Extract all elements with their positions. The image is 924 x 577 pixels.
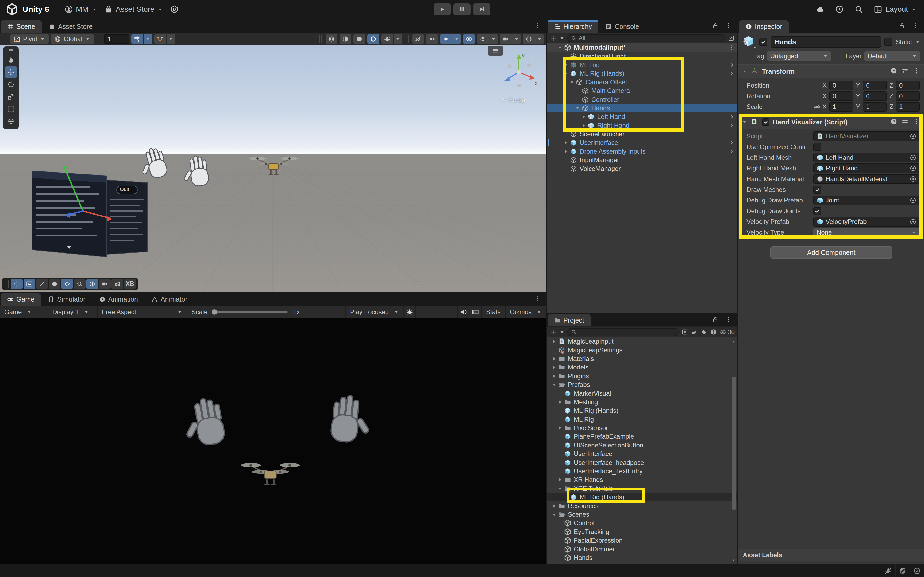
handle-space-dropdown[interactable]: Global [51,34,94,44]
velocity-prefab-object-field[interactable]: VelocityPrefab [813,217,920,227]
lock-icon[interactable] [711,22,719,30]
tab-animation[interactable]: Animation [92,293,144,306]
hierarchy-item[interactable]: InputManager [547,156,737,164]
camera-settings-button[interactable] [500,34,512,44]
snap-dropdown[interactable] [166,34,175,44]
project-item[interactable]: ML Rig (Hands) [547,493,737,501]
chevron-down-icon[interactable] [559,35,565,41]
grid-overlay-button[interactable] [36,279,48,289]
hierarchy-search-input[interactable]: All [567,34,725,42]
project-item[interactable]: UserInterface_headpose [547,458,737,467]
project-item[interactable]: Models [547,363,737,372]
hierarchy-item[interactable]: Hands [547,104,737,113]
tag-dropdown[interactable]: Untagged [767,51,831,61]
gizmos-visibility-button[interactable] [523,34,535,44]
project-item[interactable]: UserInterface_TextEntry [547,467,737,475]
rotation-y-field[interactable]: 0 [863,91,887,101]
project-search-input[interactable] [567,328,678,336]
search-by-warning-icon[interactable] [710,328,717,336]
layer-dropdown[interactable]: Default [864,51,920,61]
foldout-closed-icon[interactable] [551,503,558,509]
grid-visibility-button[interactable] [131,34,143,44]
hierarchy-item[interactable]: Left Hand [547,113,737,121]
cloud-icon[interactable] [816,5,825,14]
project-item[interactable]: ML Rig [547,415,737,424]
buildings-overlay-button[interactable] [111,279,123,289]
lock-icon[interactable] [711,316,719,324]
add-button[interactable] [550,328,557,336]
cache-server-disconnected-button[interactable] [895,564,909,577]
mute-audio-button[interactable] [457,306,470,318]
transform-header[interactable]: Transform [738,64,924,78]
snap-button[interactable] [154,34,166,44]
foldout-open-icon[interactable] [557,44,564,51]
history-icon[interactable] [835,5,844,14]
tab-animator[interactable]: Animator [145,293,194,306]
foldout-closed-icon[interactable] [580,122,587,129]
shading-shaded-button[interactable] [354,34,365,44]
vsync-button[interactable] [470,306,482,318]
project-item[interactable]: EyeTracking [547,527,737,536]
rotate-tool-button[interactable] [5,79,17,90]
gameobject-name-field[interactable]: Hands [771,36,881,48]
shading-outline-button[interactable] [367,34,379,44]
project-item[interactable]: MarkerVisual [547,389,737,398]
draw-meshes-checkbox[interactable] [813,185,821,193]
foldout-open-icon[interactable] [574,105,581,111]
project-item[interactable]: ML Rig (Hands) [547,406,737,415]
foldout-open-icon[interactable] [741,119,748,125]
add-button[interactable] [550,34,557,42]
view-tool-button[interactable] [5,54,17,66]
kebab-icon[interactable] [725,22,733,30]
add-component-button[interactable]: Add Component [770,246,892,259]
foldout-open-icon[interactable] [551,382,558,388]
object-picker-icon[interactable] [909,197,916,204]
scroll-up-icon[interactable] [732,340,735,343]
debug-draw-mode-button[interactable] [381,34,393,44]
step-button[interactable] [473,3,490,16]
prefab-open-chevron[interactable] [729,62,735,68]
search-icon[interactable] [855,5,863,14]
layers-dropdown[interactable] [489,34,498,44]
lock-icon[interactable] [898,22,906,30]
prefab-open-chevron[interactable] [729,122,735,129]
foldout-closed-icon[interactable] [551,373,558,379]
project-item[interactable]: XR Hands [547,475,737,484]
game-gizmos-dropdown[interactable]: Gizmos [506,306,546,318]
kebab-icon[interactable] [913,67,921,75]
object-picker-icon[interactable] [909,176,916,182]
scrollbar-thumb[interactable] [732,377,736,510]
kebab-icon[interactable] [533,22,541,30]
drag-handle[interactable] [6,280,8,288]
tab-scene[interactable]: Scene [0,20,42,32]
hierarchy-item[interactable]: UserInterface [547,139,737,147]
scene-viewport[interactable]: Quit [0,45,546,292]
scale-tool-button[interactable] [5,91,17,103]
gizmos-visibility-dropdown[interactable] [535,34,544,44]
drag-handle[interactable] [4,35,6,43]
left-hand-mesh-object-field[interactable]: Left Hand [813,153,920,163]
object-picker-icon[interactable] [909,133,916,140]
debug-draw-prefab-object-field[interactable]: Joint [813,195,920,205]
tab-asset-store[interactable]: Asset Store [42,20,99,32]
layers-button[interactable] [477,34,489,44]
debug-draw-joints-checkbox[interactable] [813,207,821,215]
aspect-dropdown[interactable]: Free Aspect [98,306,187,318]
xb-overlay-button[interactable]: XB [124,279,136,289]
scene-header-row[interactable]: MultimodalInput* [547,43,737,52]
ui-toolkit-overlay-button[interactable] [24,279,35,289]
stats-button[interactable]: Stats [482,306,506,318]
kebab-icon[interactable] [913,118,921,126]
grid-visibility-dropdown[interactable] [144,34,152,44]
project-item[interactable]: Prefabs [547,380,737,389]
project-item[interactable]: GlobalDimmer [547,545,737,553]
position-x-field[interactable]: 0 [829,81,853,90]
foldout-closed-icon[interactable] [551,338,558,345]
project-item[interactable]: Resources [547,501,737,510]
hierarchy-item[interactable]: SceneLauncher [547,130,737,139]
rotation-x-field[interactable]: 0 [829,91,853,101]
hierarchy-item[interactable]: Directional Light [547,52,737,60]
hierarchy-item[interactable]: Right Hand [547,121,737,130]
effects-dropdown[interactable] [452,34,461,44]
project-item[interactable]: FacialExpression [547,536,737,545]
